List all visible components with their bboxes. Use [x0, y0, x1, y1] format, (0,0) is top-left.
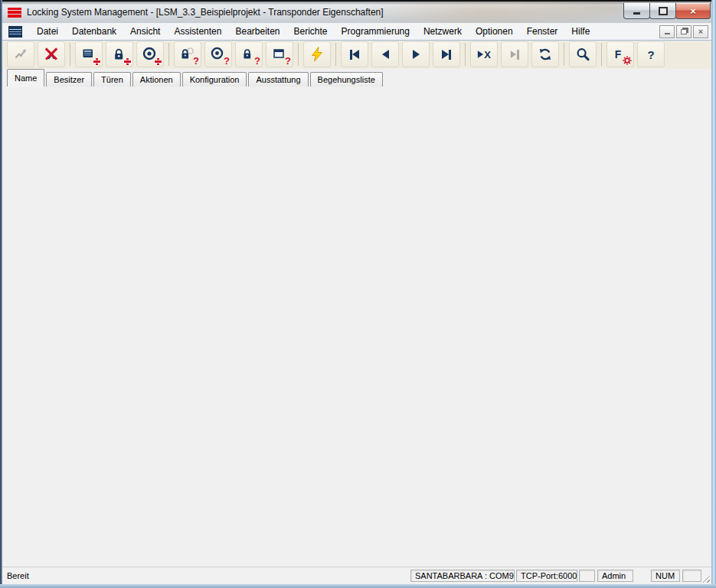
- menu-netzwerk[interactable]: Netzwerk: [417, 23, 469, 40]
- filter-icon: F: [615, 48, 622, 60]
- menu-bar: Datei Datenbank Ansicht Assistenten Bear…: [2, 23, 711, 41]
- toolbar-separator: [168, 43, 169, 66]
- minimize-icon: [633, 12, 640, 15]
- menu-hilfe[interactable]: Hilfe: [564, 23, 597, 40]
- refresh-icon: [538, 47, 553, 62]
- help-button[interactable]: ?: [637, 41, 665, 67]
- tab-name[interactable]: Name: [7, 69, 44, 87]
- mdi-minimize-button[interactable]: [659, 25, 675, 38]
- delete-transponder-icon: X: [47, 48, 55, 61]
- navigate-down-icon: [511, 51, 516, 58]
- tab-begehungsliste[interactable]: Begehungsliste: [310, 72, 383, 87]
- window-border-right: [711, 0, 716, 588]
- menu-datei[interactable]: Datei: [30, 23, 65, 40]
- menu-programmierung[interactable]: Programmierung: [335, 23, 417, 40]
- menu-fenster[interactable]: Fenster: [520, 23, 565, 40]
- tab-besitzer[interactable]: Besitzer: [46, 72, 92, 87]
- first-record-button[interactable]: [341, 41, 368, 67]
- jump-button[interactable]: [7, 41, 34, 67]
- menu-bearbeiten[interactable]: Bearbeiten: [228, 23, 286, 40]
- title-bar[interactable]: Locking System Management - [LSM_3.3_Bei…: [0, 0, 716, 23]
- menu-berichte[interactable]: Berichte: [287, 23, 335, 40]
- last-record-icon: [442, 50, 449, 59]
- gear-icon: [623, 56, 632, 65]
- tab-konfiguration[interactable]: Konfiguration: [182, 72, 247, 87]
- plus-badge-icon: [93, 58, 100, 65]
- previous-record-button[interactable]: [371, 41, 399, 67]
- toolbar: X ? ? ? ?: [2, 40, 711, 70]
- toolbar-separator: [298, 43, 299, 66]
- read-order-button[interactable]: ?: [266, 41, 293, 67]
- window-border-bottom: [0, 584, 716, 588]
- question-badge-icon: ?: [193, 55, 199, 67]
- tab-aktionen[interactable]: Aktionen: [132, 72, 181, 87]
- new-locking-device-button[interactable]: [106, 41, 133, 67]
- close-button[interactable]: ×: [675, 3, 711, 19]
- previous-record-icon: [382, 50, 389, 59]
- status-empty-segment: [579, 570, 595, 582]
- read-transponder-button[interactable]: ?: [204, 41, 232, 67]
- read-lock-button[interactable]: ?: [235, 41, 263, 67]
- status-empty-segment: [682, 570, 701, 582]
- status-ready-text: Bereit: [7, 571, 29, 580]
- application-window: Locking System Management - [LSM_3.3_Bei…: [0, 0, 716, 588]
- mdi-close-button[interactable]: ×: [693, 25, 708, 38]
- new-object-button[interactable]: [75, 41, 103, 67]
- menu-optionen[interactable]: Optionen: [469, 23, 520, 40]
- mdi-restore-button[interactable]: [676, 25, 691, 38]
- window-border-left: [0, 0, 2, 588]
- mdi-restore-icon: [681, 29, 687, 34]
- tab-page: [2, 87, 711, 567]
- program-flash-button[interactable]: [303, 41, 331, 67]
- help-icon: ?: [647, 48, 654, 61]
- delete-transponder-button[interactable]: X: [38, 41, 65, 67]
- mdi-minimize-icon: [665, 33, 670, 34]
- toolbar-separator: [601, 43, 602, 66]
- cancel-navigation-icon: [478, 51, 483, 58]
- next-record-icon: [413, 50, 420, 59]
- last-record-button[interactable]: [433, 41, 460, 67]
- window-title: Locking System Management - [LSM_3.3_Bei…: [27, 7, 384, 18]
- jump-icon: [13, 47, 28, 62]
- plus-badge-icon: [155, 58, 162, 65]
- status-bar: Bereit SANTABARBARA : COM9 TCP-Port:6000…: [2, 567, 711, 585]
- question-badge-icon: ?: [285, 55, 291, 67]
- next-record-button[interactable]: [402, 41, 430, 67]
- restore-button[interactable]: [649, 3, 676, 19]
- status-num-lock: NUM: [651, 570, 680, 582]
- search-icon: [575, 47, 590, 62]
- navigate-down-button[interactable]: [501, 41, 528, 67]
- lightning-icon: [309, 47, 325, 62]
- filter-button[interactable]: F: [606, 41, 634, 67]
- document-icon[interactable]: [8, 26, 22, 38]
- tab-tueren[interactable]: Türen: [93, 72, 131, 87]
- read-locking-device-button[interactable]: ?: [174, 41, 201, 67]
- status-user: Admin: [597, 570, 633, 582]
- question-badge-icon: ?: [224, 55, 230, 67]
- app-logo-icon: [8, 8, 21, 18]
- question-badge-icon: ?: [254, 55, 260, 67]
- cancel-navigation-button[interactable]: X: [470, 41, 498, 67]
- tab-strip: Name Besitzer Türen Aktionen Konfigurati…: [2, 69, 711, 87]
- search-button[interactable]: [569, 41, 597, 67]
- plus-badge-icon: [124, 58, 131, 65]
- mdi-close-icon: ×: [698, 28, 703, 36]
- tab-ausstattung[interactable]: Ausstattung: [248, 72, 308, 87]
- status-tcp-port: TCP-Port:6000: [516, 570, 577, 582]
- restore-icon: [659, 7, 668, 15]
- minimize-button[interactable]: [623, 3, 650, 19]
- refresh-button[interactable]: [531, 41, 559, 67]
- menu-datenbank[interactable]: Datenbank: [65, 23, 123, 40]
- resize-grip[interactable]: [701, 573, 710, 583]
- close-icon: ×: [690, 6, 696, 16]
- toolbar-separator: [465, 43, 466, 66]
- menu-assistenten[interactable]: Assistenten: [167, 23, 228, 40]
- toolbar-separator: [70, 43, 70, 66]
- new-transponder-button[interactable]: [136, 41, 164, 67]
- toolbar-separator: [335, 43, 336, 66]
- toolbar-separator: [564, 43, 564, 66]
- menu-ansicht[interactable]: Ansicht: [123, 23, 167, 40]
- status-station: SANTABARBARA : COM9: [410, 570, 515, 582]
